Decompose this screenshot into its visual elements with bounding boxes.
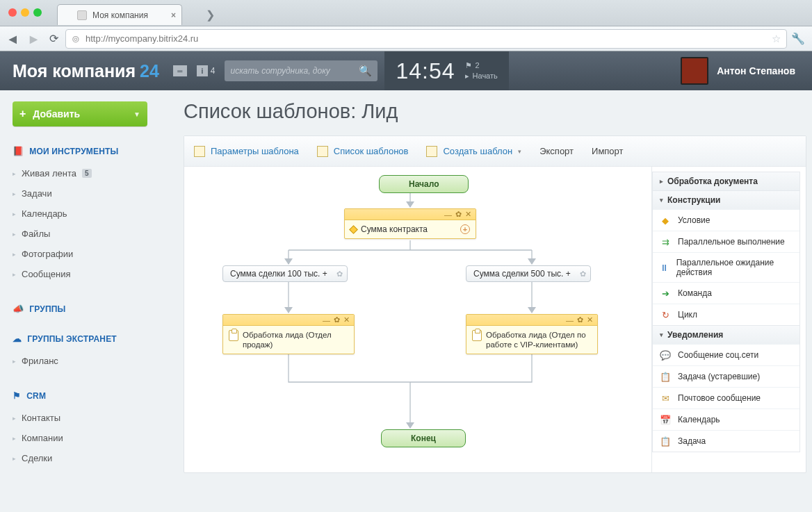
minimize-icon[interactable]: —	[444, 210, 452, 219]
node-label: Сумма контракта	[361, 224, 428, 234]
flow-condition-left[interactable]: Сумма сделки 100 тыс. + ✿	[222, 265, 348, 282]
node-label: Конец	[411, 433, 436, 443]
close-icon[interactable]: ✕	[343, 315, 350, 324]
play-icon[interactable]: ▸	[465, 71, 469, 81]
close-icon[interactable]: ✕	[465, 210, 471, 219]
feed-badge: 5	[82, 169, 92, 178]
header-search[interactable]: 🔍	[225, 60, 377, 81]
flow-condition-right[interactable]: Сумма сделки 500 тыс. + ✿	[466, 265, 591, 282]
sidebar-item-freelance[interactable]: ▸Фриланс	[13, 351, 160, 371]
tb-template-params[interactable]: Параметры шаблона	[194, 146, 299, 157]
palette-section-header[interactable]: ▾Конструкции	[653, 191, 799, 209]
sidebar-item-deals[interactable]: ▸Сделки	[13, 448, 160, 468]
sidebar-item-messages[interactable]: ▸Сообщения	[13, 264, 160, 284]
arrowhead-icon	[284, 307, 293, 313]
create-icon	[426, 146, 437, 157]
node-header: — ✿ ✕	[345, 209, 476, 220]
reload-icon[interactable]: ⟳	[46, 31, 61, 47]
back-icon[interactable]: ◀	[4, 31, 21, 47]
gear-icon[interactable]: ✿	[580, 270, 586, 279]
site-logo[interactable]: Моя компания 24	[13, 61, 159, 81]
wrench-icon[interactable]: 🔧	[791, 32, 805, 45]
tab-close-icon[interactable]: ×	[171, 10, 176, 20]
palette-item-loop[interactable]: ↻Цикл	[653, 304, 799, 325]
palette-item-task[interactable]: 📋Задача	[653, 430, 799, 452]
palette-section-header[interactable]: ▾Уведомления	[653, 326, 799, 344]
sidebar-section-extranet[interactable]: ☁ ГРУППЫ ЭКСТРАНЕТ	[13, 333, 160, 344]
logo-suffix: 24	[140, 61, 159, 81]
palette-item-mail[interactable]: ✉Почтовое сообщение	[653, 387, 799, 408]
add-branch-icon[interactable]: +	[460, 224, 470, 234]
maximize-window-icon[interactable]	[33, 8, 42, 17]
avatar[interactable]	[681, 57, 708, 85]
close-icon[interactable]: ✕	[587, 315, 593, 324]
bookmark-star-icon[interactable]: ☆	[772, 33, 781, 45]
sidebar-item-label: Сообщения	[22, 269, 71, 279]
minimize-icon[interactable]: —	[566, 316, 574, 324]
tb-create-template[interactable]: Создать шаблон▾	[426, 146, 521, 157]
palette-section-processing[interactable]: ▸Обработка документа	[652, 172, 800, 191]
close-window-icon[interactable]	[8, 8, 17, 17]
meta-start[interactable]: Начать	[473, 71, 498, 81]
browser-tab[interactable]: Моя компания ×	[57, 4, 182, 25]
sidebar-section-groups[interactable]: 📣 ГРУППЫ	[13, 304, 160, 314]
sidebar-item-feed[interactable]: ▸Живая лента5	[13, 163, 160, 183]
sidebar-item-files[interactable]: ▸Файлы	[13, 224, 160, 244]
pal-label: Цикл	[678, 310, 697, 320]
section-title-label: ГРУППЫ ЭКСТРАНЕТ	[27, 334, 117, 344]
cond-label: Сумма сделки 100 тыс. +	[230, 269, 327, 279]
flow-start-node[interactable]: Начало	[379, 175, 469, 193]
url-bar[interactable]: ⊚ http://mycompany.bitrix24.ru ☆	[65, 29, 787, 49]
chevron-down-icon[interactable]: ▾	[518, 148, 521, 155]
sidebar-item-calendar[interactable]: ▸Календарь	[13, 204, 160, 224]
gear-icon[interactable]: ✿	[455, 210, 462, 219]
sidebar-item-label: Календарь	[22, 208, 67, 219]
sidebar-item-companies[interactable]: ▸Компании	[13, 428, 160, 448]
user-block[interactable]: Антон Степанов	[681, 57, 812, 85]
minimize-icon[interactable]: —	[323, 316, 330, 324]
gear-icon[interactable]: ✿	[577, 315, 583, 324]
search-input[interactable]	[230, 66, 359, 76]
sidebar-item-tasks[interactable]: ▸Задачи	[13, 183, 160, 204]
flow-end-node[interactable]: Конец	[381, 429, 466, 447]
clock-block: 14:54 ⚑2 ▸Начать	[384, 51, 508, 90]
add-button[interactable]: + Добавить ▼	[13, 101, 147, 126]
search-icon[interactable]: 🔍	[359, 65, 372, 77]
messages-icon[interactable]: ═	[173, 65, 187, 76]
tb-import[interactable]: Импорт	[592, 146, 623, 156]
node-label: Обработка лида (Отдел по работе с VIP-кл…	[486, 330, 592, 349]
info-count-icon[interactable]	[197, 65, 208, 76]
palette-item-condition[interactable]: ◆Условие	[653, 209, 799, 231]
flow-task-right[interactable]: — ✿ ✕ Обработка лида (Отдел по работе с …	[466, 314, 598, 354]
sidebar-section-tools[interactable]: 📕 МОИ ИНСТРУМЕНТЫ	[13, 146, 160, 156]
minimize-window-icon[interactable]	[21, 8, 29, 17]
arrowhead-icon	[528, 307, 536, 313]
palette-item-wait[interactable]: ⏸Параллельное ожидание действия	[653, 252, 799, 282]
chevron-down-icon[interactable]: ▼	[133, 110, 140, 118]
main-content: Список шаблонов: Лид Параметры шаблона С…	[160, 90, 812, 512]
gear-icon[interactable]: ✿	[334, 315, 340, 324]
workspace: Начало — ✿ ✕ Сумма контракта +	[184, 167, 806, 472]
pal-label: Задача (устаревшие)	[678, 372, 760, 381]
palette-item-parallel[interactable]: ⇉Параллельное выполнение	[653, 231, 799, 252]
sidebar-section-crm[interactable]: ⚑ CRM	[13, 390, 160, 401]
flow-canvas[interactable]: Начало — ✿ ✕ Сумма контракта +	[184, 167, 651, 472]
flow-branch-node[interactable]: — ✿ ✕ Сумма контракта +	[344, 208, 476, 239]
palette-item-calendar[interactable]: 📅Календарь	[653, 408, 799, 430]
sidebar-item-label: Файлы	[22, 229, 50, 239]
flow-task-left[interactable]: — ✿ ✕ Обработка лида (Отдел продаж)	[222, 314, 355, 354]
sidebar-item-contacts[interactable]: ▸Контакты	[13, 408, 160, 428]
arrowhead-icon	[406, 201, 414, 208]
palette-item-task-old[interactable]: 📋Задача (устаревшие)	[653, 365, 799, 387]
bookmark-icon: 📕	[13, 146, 24, 156]
palette-section-constructs: ▾Конструкции ◆Условие ⇉Параллельное выпо…	[652, 190, 800, 326]
gear-icon[interactable]: ✿	[336, 270, 343, 279]
sidebar-item-photos[interactable]: ▸Фотографии	[13, 244, 160, 264]
node-header: — ✿ ✕	[223, 315, 354, 326]
tb-template-list[interactable]: Список шаблонов	[317, 146, 409, 157]
new-tab-icon[interactable]: ❯	[206, 8, 215, 22]
tb-label: Параметры шаблона	[211, 146, 299, 156]
tb-export[interactable]: Экспорт	[539, 146, 574, 156]
palette-item-command[interactable]: ➔Команда	[653, 282, 799, 304]
palette-item-social[interactable]: 💬Сообщение соц.сети	[653, 344, 799, 365]
